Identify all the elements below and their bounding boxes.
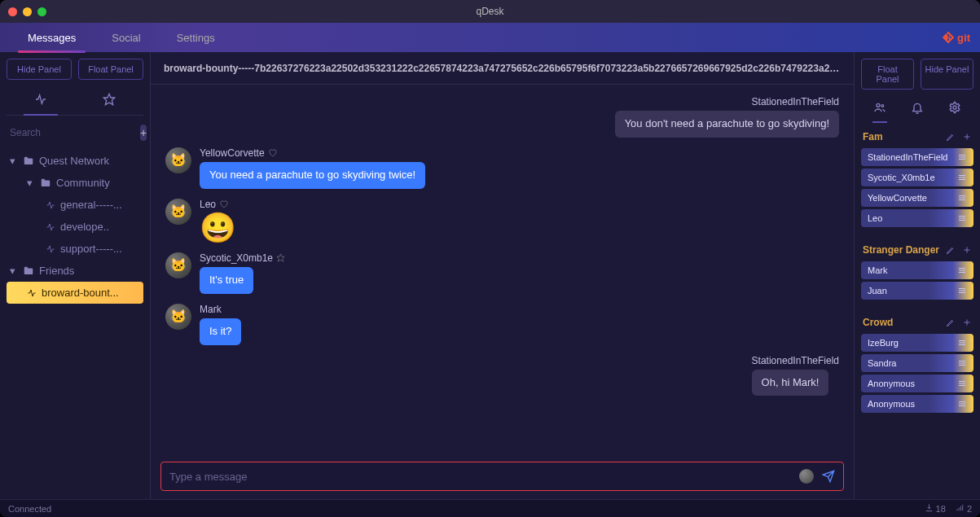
edit-icon[interactable] [946,245,956,255]
channel-id: broward-bounty-----7b22637276223a22502d3… [164,63,841,74]
channel-general[interactable]: general-----... [7,194,143,216]
tab-settings[interactable]: Settings [159,24,233,52]
member-item[interactable]: Juan [861,282,973,300]
hide-panel-button[interactable]: Hide Panel [7,59,72,80]
tab-messages[interactable]: Messages [10,24,94,52]
friend-broward-bounty[interactable]: broward-bount... [7,282,143,304]
star-icon [276,253,285,262]
window-title: qDesk [476,6,503,17]
plus-icon[interactable] [962,132,972,142]
menu-icon[interactable] [957,338,967,348]
menu-icon[interactable] [957,286,967,296]
titlebar: qDesk [0,0,980,23]
menu-icon[interactable] [957,213,967,223]
left-panel: Hide Panel Float Panel + ▾Quest Network … [0,52,151,499]
folder-icon [40,177,51,189]
edit-icon[interactable] [946,132,956,142]
channel-support[interactable]: support-----... [7,238,143,260]
member-item[interactable]: IzeBurg [861,334,973,352]
right-hide-panel-button[interactable]: Hide Panel [921,59,973,90]
activity-icon [46,222,55,232]
menu-icon[interactable] [957,152,967,162]
add-channel-button[interactable]: + [140,125,147,141]
minimize-window-button[interactable] [23,7,32,16]
folder-icon [23,265,34,277]
message-bubble: You need a parachute to go skydiving twi… [200,162,425,189]
message-emoji: 😀 [200,213,236,243]
left-subtab-activity[interactable] [7,86,75,115]
menu-icon[interactable] [957,358,967,368]
group-title: Fam [863,131,883,142]
left-subtab-favorites[interactable] [75,86,143,115]
channel-tree: ▾Quest Network ▾Community general-----..… [7,150,143,493]
message-item: 🐱 Leo 😀 [165,199,839,243]
svg-point-4 [953,106,956,109]
menu-icon[interactable] [957,265,967,275]
member-item[interactable]: Leo [861,209,973,227]
message-item: StationedInTheField Oh, hi Mark! [165,355,839,397]
message-bubble: Oh, hi Mark! [752,370,829,397]
menu-icon[interactable] [957,379,967,388]
message-sender: Mark [200,304,241,315]
maximize-window-button[interactable] [37,7,46,16]
message-sender: Sycotic_X0mb1e [200,252,285,264]
member-item[interactable]: Sandra [861,354,973,372]
member-item[interactable]: Mark [861,261,973,279]
group-title: Crowd [863,317,893,328]
menu-icon[interactable] [957,193,967,203]
emoji-picker-button[interactable] [799,469,814,484]
svg-point-2 [877,103,880,107]
tab-social[interactable]: Social [94,24,158,52]
member-item[interactable]: Anonymous [861,395,973,413]
download-icon [925,503,934,512]
activity-icon [46,200,55,210]
message-bubble: It's true [200,267,253,294]
right-tab-settings[interactable] [936,96,973,121]
member-item[interactable]: Sycotic_X0mb1e [861,169,973,186]
tree-root-quest-network[interactable]: ▾Quest Network [7,150,143,172]
plus-icon[interactable] [962,245,972,255]
right-tab-notifications[interactable] [899,96,936,121]
avatar: 🐱 [165,304,191,330]
svg-marker-0 [103,94,114,104]
message-sender: StationedInTheField [752,355,839,366]
member-item[interactable]: Anonymous [861,375,973,392]
right-tab-people[interactable] [861,96,899,121]
send-icon [822,470,835,483]
message-input[interactable] [169,471,791,483]
message-sender: YellowCorvette [200,147,425,159]
people-icon [873,101,886,114]
star-icon [103,93,116,106]
avatar: 🐱 [165,147,191,173]
bell-icon [911,101,924,114]
status-peers: 2 [956,503,972,514]
tree-folder-community[interactable]: ▾Community [7,172,143,194]
signal-icon [956,503,965,512]
menu-icon[interactable] [957,173,967,182]
message-composer [160,462,844,491]
message-list[interactable]: StationedInTheField You don't need a par… [151,85,854,453]
edit-icon[interactable] [946,318,956,327]
search-input[interactable] [7,122,135,143]
group-stranger-danger: Stranger Danger Mark Juan [861,241,973,302]
group-title: Stranger Danger [863,244,939,256]
tree-folder-friends[interactable]: ▾Friends [7,260,143,282]
heart-icon [268,148,277,157]
close-window-button[interactable] [8,7,17,16]
send-button[interactable] [822,470,835,483]
git-badge[interactable]: git [943,32,970,44]
svg-point-3 [881,105,884,107]
member-item[interactable]: YellowCorvette [861,189,973,207]
avatar: 🐱 [165,199,191,225]
right-float-panel-button[interactable]: Float Panel [861,59,914,90]
message-bubble: Is it? [200,318,241,345]
message-item: 🐱 Mark Is it? [165,304,839,345]
group-fam: Fam StationedInTheField Sycotic_X0mb1e Y… [861,128,973,230]
member-item[interactable]: StationedInTheField [861,148,973,166]
activity-icon [34,93,47,106]
channel-develop[interactable]: develope.. [7,216,143,238]
menu-icon[interactable] [957,399,967,409]
float-panel-button[interactable]: Float Panel [78,59,143,80]
activity-icon [27,288,37,298]
plus-icon[interactable] [962,318,972,327]
